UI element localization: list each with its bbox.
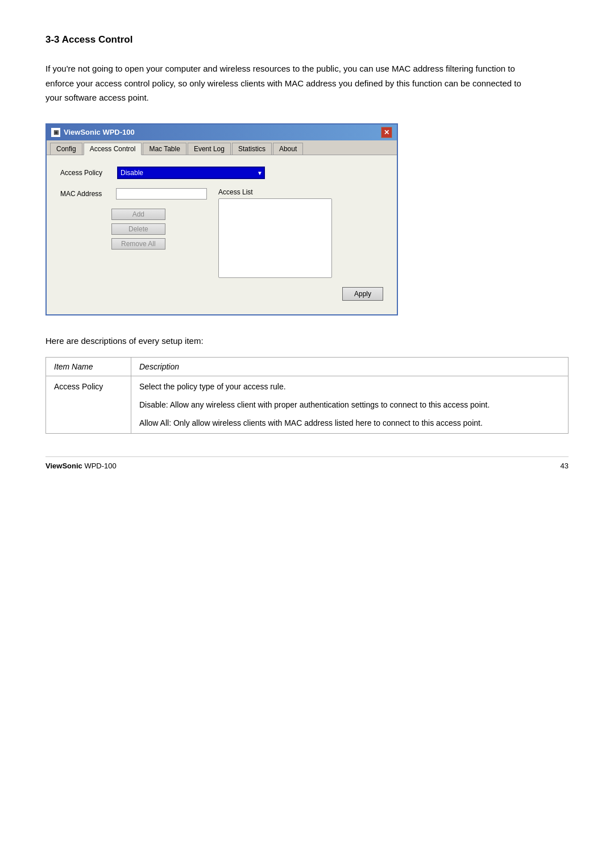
mac-button-group: Add Delete Remove All xyxy=(111,209,165,250)
mac-address-row: MAC Address xyxy=(60,188,207,200)
tab-bar: Config Access Control Mac Table Event Lo… xyxy=(47,140,397,155)
tab-about[interactable]: About xyxy=(273,143,303,155)
descriptions-table: Item Name Description Access Policy Sele… xyxy=(45,357,569,434)
table-cell-item-name: Access Policy xyxy=(46,376,131,433)
access-policy-row: Access Policy Disable ▼ xyxy=(60,167,383,179)
table-row: Access Policy Select the policy type of … xyxy=(46,376,569,433)
apply-row: Apply xyxy=(60,287,383,301)
access-policy-select-wrapper: Disable ▼ xyxy=(117,167,265,179)
footer-page-number: 43 xyxy=(561,462,569,470)
descriptions-intro: Here are descriptions of every setup ite… xyxy=(45,336,569,346)
window-close-button[interactable]: ✕ xyxy=(381,127,392,138)
tab-event-log[interactable]: Event Log xyxy=(188,143,231,155)
table-header-item: Item Name xyxy=(46,357,131,376)
tab-config[interactable]: Config xyxy=(50,143,82,155)
application-window: ▣ ViewSonic WPD-100 ✕ Config Access Cont… xyxy=(45,123,398,315)
tab-mac-table[interactable]: Mac Table xyxy=(143,143,186,155)
window-content: Access Policy Disable ▼ MAC Address Add … xyxy=(47,155,397,314)
section-heading: 3-3 Access Control xyxy=(45,34,569,45)
footer-brand: ViewSonic WPD-100 xyxy=(45,462,117,470)
tab-statistics[interactable]: Statistics xyxy=(232,143,272,155)
access-policy-select[interactable]: Disable xyxy=(117,167,265,179)
delete-button[interactable]: Delete xyxy=(111,223,165,235)
access-list-section: Access List xyxy=(218,188,332,278)
add-button[interactable]: Add xyxy=(111,209,165,220)
window-titlebar: ▣ ViewSonic WPD-100 ✕ xyxy=(47,124,397,140)
table-header-description: Description xyxy=(131,357,569,376)
window-app-icon: ▣ xyxy=(51,128,60,137)
mac-section: MAC Address Add Delete Remove All Access… xyxy=(60,188,383,278)
access-list-label: Access List xyxy=(218,188,332,196)
access-list-box[interactable] xyxy=(218,198,332,278)
access-policy-label: Access Policy xyxy=(60,169,117,177)
mac-address-label: MAC Address xyxy=(60,190,111,198)
intro-paragraph: If you're not going to open your compute… xyxy=(45,61,534,105)
mac-left-panel: MAC Address Add Delete Remove All xyxy=(60,188,207,278)
mac-address-input[interactable] xyxy=(116,188,207,200)
table-cell-description: Select the policy type of your access ru… xyxy=(131,376,569,433)
remove-all-button[interactable]: Remove All xyxy=(111,238,165,250)
window-title: ▣ ViewSonic WPD-100 xyxy=(51,128,135,137)
tab-access-control[interactable]: Access Control xyxy=(84,143,142,155)
page-footer: ViewSonic WPD-100 43 xyxy=(45,456,569,470)
apply-button[interactable]: Apply xyxy=(342,287,383,301)
